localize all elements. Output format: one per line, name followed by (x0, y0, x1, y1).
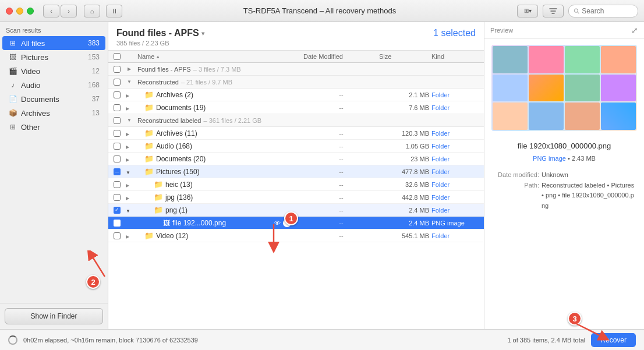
maximize-button[interactable] (27, 8, 34, 15)
sidebar-item-other[interactable]: ⊞ Other (2, 120, 105, 134)
sidebar-count-audio: 168 (88, 81, 100, 89)
sidebar-item-all-files[interactable]: ⊞ All files 383 (2, 36, 105, 50)
sidebar-item-video[interactable]: 🎬 Video 12 (2, 64, 105, 78)
row-archives-11[interactable]: ▶ 📁 Archives (11) -- 120.3 MB Folder (108, 127, 484, 140)
triangle-video-12[interactable]: ▶ (126, 234, 129, 239)
row-file-png[interactable]: 🖼 file 192...000.png 👁 + -- 2.4 MB PNG i… (108, 217, 484, 229)
view-grid-button[interactable]: ⊞▾ (517, 5, 538, 17)
expand-archives-11[interactable]: ▶ (126, 129, 135, 137)
add-icon[interactable]: + (283, 219, 291, 227)
row-archives-2[interactable]: ▶ 📁 Archives (2) -- 2.1 MB Folder (108, 89, 484, 101)
check-pictures-150[interactable] (108, 168, 126, 175)
preview-header: Preview ⤢ (484, 22, 644, 39)
recover-button[interactable]: Recover (591, 333, 636, 347)
title-dropdown-arrow[interactable]: ▾ (201, 30, 204, 37)
folder-icon-png-1: 📁 (154, 206, 163, 214)
expand-video-12[interactable]: ▶ (126, 232, 135, 240)
triangle-jpg-136[interactable]: ▶ (126, 196, 129, 201)
header-size-col[interactable]: Size (379, 53, 431, 60)
expand-archives-2[interactable]: ▶ (126, 91, 135, 99)
preview-image (491, 45, 637, 131)
sidebar-label-other: Other (21, 123, 96, 132)
expand-icon-reconstructed[interactable]: ▼ (126, 79, 133, 86)
sidebar-item-documents[interactable]: 📄 Documents 37 (2, 92, 105, 106)
search-icon (574, 8, 579, 15)
select-all-checkbox[interactable] (114, 53, 121, 60)
section-apfs-checkbox[interactable] (114, 66, 121, 73)
check-video-12[interactable] (108, 232, 126, 239)
header-name-col[interactable]: Name ▲ (135, 53, 303, 60)
triangle-png-1[interactable]: ▼ (126, 208, 130, 214)
sidebar-label-pictures: Pictures (21, 53, 84, 62)
expand-audio-168[interactable]: ▶ (126, 142, 135, 150)
section-expand-rl[interactable]: ▼ (126, 117, 135, 124)
triangle-heic-13[interactable]: ▶ (126, 183, 129, 188)
triangle-audio-168[interactable]: ▶ (126, 144, 129, 150)
row-documents-19[interactable]: ▶ 📁 Documents (19) -- 7.6 MB Folder (108, 101, 484, 114)
preview-eye-icon[interactable]: 👁 (274, 220, 281, 227)
checked-file-png[interactable] (114, 220, 121, 227)
row-video-12[interactable]: ▶ 📁 Video (12) -- 545.1 MB Folder (108, 229, 484, 242)
expand-documents-20[interactable]: ▶ (126, 155, 135, 163)
check-heic-13[interactable] (108, 181, 126, 188)
date-documents-19: -- (303, 104, 379, 111)
section-rl-checkbox[interactable] (114, 117, 121, 124)
kind-documents-19: Folder (431, 104, 484, 111)
row-documents-20[interactable]: ▶ 📁 Documents (20) -- 23 MB Folder (108, 153, 484, 165)
close-button[interactable] (6, 8, 13, 15)
forward-button[interactable]: › (61, 5, 77, 17)
check-file-png[interactable] (108, 220, 126, 227)
row-audio-168[interactable]: ▶ 📁 Audio (168) -- 1.05 GB Folder (108, 140, 484, 153)
check-jpg-136[interactable] (108, 194, 126, 201)
row-png-1[interactable]: ▼ 📁 png (1) -- 2.4 MB Folder (108, 204, 484, 217)
search-input[interactable] (582, 7, 633, 15)
triangle-archives-11[interactable]: ▶ (126, 132, 129, 137)
show-in-finder-button[interactable]: Show in Finder (5, 308, 103, 324)
header-date-col[interactable]: Date Modified (303, 53, 379, 60)
sidebar-item-archives[interactable]: 📦 Archives 13 (2, 106, 105, 120)
expand-jpg-136[interactable]: ▶ (126, 193, 135, 201)
partial-check-pictures-150[interactable] (114, 168, 121, 175)
section-expand-reconstructed[interactable]: ▼ (126, 79, 135, 86)
expand-pictures-150[interactable]: ▼ (126, 168, 135, 176)
check-audio-168[interactable] (108, 143, 126, 150)
check-archives-11[interactable] (108, 130, 126, 137)
size-png-1: 2.4 MB (379, 207, 431, 214)
date-heic-13: -- (303, 181, 379, 188)
expand-heic-13[interactable]: ▶ (126, 181, 135, 189)
row-jpg-136[interactable]: ▶ 📁 jpg (136) -- 442.8 MB Folder (108, 191, 484, 204)
expand-documents-19[interactable]: ▶ (126, 104, 135, 112)
section-found-files-apfs[interactable]: ▶ Found files - APFS – 3 files / 7.3 MB (108, 63, 484, 76)
back-button[interactable]: ‹ (43, 5, 59, 17)
check-documents-19[interactable] (108, 104, 126, 111)
check-documents-20[interactable] (108, 155, 126, 162)
check-png-1[interactable] (108, 207, 126, 214)
preview-expand-icon[interactable]: ⤢ (631, 26, 638, 35)
folder-icon-heic: 📁 (154, 180, 163, 189)
search-box[interactable] (568, 5, 638, 17)
sidebar-item-audio[interactable]: ♪ Audio 168 (2, 78, 105, 92)
expand-png-1[interactable]: ▼ (126, 206, 135, 214)
section-reconstructed-checkbox[interactable] (114, 79, 121, 86)
expand-icon-apfs[interactable]: ▶ (126, 66, 133, 73)
section-expand[interactable]: ▶ (126, 66, 135, 73)
home-button[interactable]: ⌂ (84, 5, 100, 17)
triangle-documents-19[interactable]: ▶ (126, 106, 129, 111)
triangle-archives-2[interactable]: ▶ (126, 93, 129, 98)
kind-pictures-150: Folder (431, 168, 484, 175)
sidebar-item-pictures[interactable]: 🖼 Pictures 153 (2, 50, 105, 64)
section-reconstructed[interactable]: ▼ Reconstructed – 21 files / 9.7 MB (108, 76, 484, 89)
minimize-button[interactable] (16, 8, 23, 15)
collage-cell-11 (565, 102, 600, 130)
checked-png-1[interactable] (114, 207, 121, 214)
check-archives-2[interactable] (108, 91, 126, 98)
triangle-pictures-150[interactable]: ▼ (126, 170, 130, 175)
triangle-documents-20[interactable]: ▶ (126, 157, 129, 162)
row-heic-13[interactable]: ▶ 📁 heic (13) -- 32.6 MB Folder (108, 178, 484, 191)
pause-button[interactable]: ⏸ (106, 5, 122, 17)
header-kind-col[interactable]: Kind (431, 53, 484, 60)
section-reconstructed-labeled[interactable]: ▼ Reconstructed labeled – 361 files / 2.… (108, 114, 484, 127)
filter-button[interactable] (543, 5, 564, 17)
expand-icon-rl[interactable]: ▼ (126, 117, 133, 124)
row-pictures-150[interactable]: ▼ 📁 Pictures (150) -- 477.8 MB Folder (108, 165, 484, 178)
